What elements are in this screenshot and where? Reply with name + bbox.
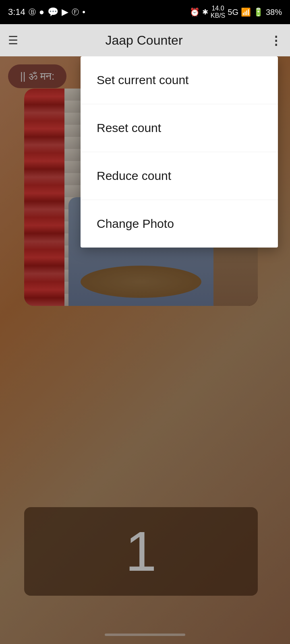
wifi-icon: ● bbox=[39, 7, 44, 17]
menu-item-reduce-count[interactable]: Reduce count bbox=[81, 152, 278, 200]
context-menu: Set current count Reset count Reduce cou… bbox=[81, 56, 278, 248]
menu-label-reduce-count: Reduce count bbox=[97, 169, 171, 183]
app-title: Jaap Counter bbox=[18, 33, 270, 48]
menu-item-reset-count[interactable]: Reset count bbox=[81, 104, 278, 152]
signal-icon: 📶 bbox=[241, 7, 251, 17]
bluetooth-icon: ✱ bbox=[202, 8, 208, 17]
menu-label-reset-count: Reset count bbox=[97, 121, 161, 135]
hamburger-icon[interactable]: ☰ bbox=[8, 34, 18, 47]
status-right: ⏰ ✱ 14.0KB/S 5G 📶 🔋 38% bbox=[190, 5, 282, 19]
main-content: || ॐ मन: 1 bbox=[0, 56, 290, 644]
more-options-icon[interactable]: ⋮ bbox=[270, 33, 282, 47]
network-icon: 5G bbox=[228, 8, 238, 17]
app-bar: ☰ Jaap Counter ⋮ bbox=[0, 24, 290, 56]
menu-item-change-photo[interactable]: Change Photo bbox=[81, 200, 278, 248]
message-icon: 💬 bbox=[48, 7, 58, 17]
status-bar: 3:14 Ⓑ ● 💬 ▶ Ⓕ • ⏰ ✱ 14.0KB/S 5G 📶 🔋 38% bbox=[0, 0, 290, 24]
menu-label-change-photo: Change Photo bbox=[97, 217, 174, 231]
dot-indicator: • bbox=[82, 7, 85, 17]
status-left: 3:14 Ⓑ ● 💬 ▶ Ⓕ • bbox=[8, 7, 85, 17]
time-display: 3:14 bbox=[8, 7, 25, 17]
battery-icon: 🔋 bbox=[253, 7, 263, 17]
facebook-icon: Ⓕ bbox=[72, 7, 79, 17]
location-icon: ▶ bbox=[62, 7, 68, 17]
alarm-icon: ⏰ bbox=[190, 7, 200, 17]
data-speed: 14.0KB/S bbox=[211, 5, 225, 19]
menu-label-set-current-count: Set current count bbox=[97, 73, 188, 87]
b-icon: Ⓑ bbox=[29, 7, 36, 17]
battery-percent: 38% bbox=[266, 8, 282, 17]
menu-item-set-current-count[interactable]: Set current count bbox=[81, 56, 278, 104]
